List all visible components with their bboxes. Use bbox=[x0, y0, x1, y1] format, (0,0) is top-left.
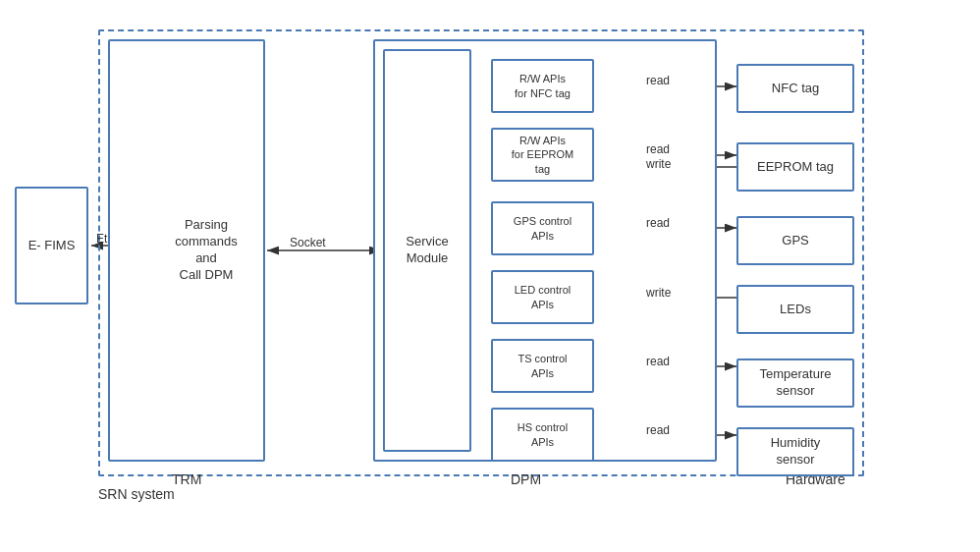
arrow-label-nfc: read bbox=[646, 74, 670, 87]
api-led-box: LED controlAPIs bbox=[491, 270, 594, 324]
api-nfc-label: R/W APIsfor NFC tag bbox=[515, 72, 571, 100]
hw-hs-box: Humiditysensor bbox=[736, 427, 854, 476]
api-ts-label: TS controlAPIs bbox=[517, 352, 567, 380]
api-eeprom-label: R/W APIsfor EEPROMtag bbox=[512, 134, 574, 176]
hw-gps-label: GPS bbox=[782, 233, 808, 249]
parsing-label: ParsingcommandsandCall DPM bbox=[175, 217, 238, 284]
trm-label: TRM bbox=[172, 471, 201, 487]
api-hs-label: HS controlAPIs bbox=[517, 420, 568, 449]
hw-ts-label: Temperaturesensor bbox=[760, 366, 832, 400]
dpm-label: DPM bbox=[511, 471, 541, 487]
hw-eeprom-label: EEPROM tag bbox=[757, 159, 834, 176]
socket-label: Socket bbox=[290, 236, 326, 249]
api-hs-box: HS controlAPIs bbox=[491, 408, 594, 462]
arrow-label-eeprom-read: read bbox=[646, 142, 670, 156]
api-gps-label: GPS controlAPIs bbox=[514, 214, 572, 243]
parsing-box: ParsingcommandsandCall DPM bbox=[147, 206, 265, 295]
arrow-label-ts: read bbox=[646, 355, 670, 368]
hw-nfc-box: NFC tag bbox=[736, 64, 854, 113]
hw-eeprom-box: EEPROM tag bbox=[736, 142, 854, 192]
hw-led-box: LEDs bbox=[736, 285, 854, 334]
api-ts-box: TS controlAPIs bbox=[491, 339, 594, 393]
hw-ts-box: Temperaturesensor bbox=[736, 359, 854, 408]
efims-box: E- FIMS bbox=[15, 187, 88, 304]
hw-led-label: LEDs bbox=[780, 302, 811, 318]
diagram: SRN system E- FIMS Eth. TRM Parsingcomma… bbox=[10, 20, 967, 521]
arrow-label-hs: read bbox=[646, 423, 670, 437]
arrow-label-led: write bbox=[646, 286, 671, 300]
hw-hs-label: Humiditysensor bbox=[771, 435, 821, 469]
hw-gps-box: GPS bbox=[736, 216, 854, 265]
api-led-label: LED controlAPIs bbox=[515, 283, 571, 311]
api-eeprom-box: R/W APIsfor EEPROMtag bbox=[491, 128, 594, 182]
api-gps-box: GPS controlAPIs bbox=[491, 201, 594, 255]
arrow-label-gps: read bbox=[646, 216, 670, 230]
hw-nfc-label: NFC tag bbox=[772, 81, 819, 97]
service-module-label: ServiceModule bbox=[406, 234, 448, 267]
efims-label: E- FIMS bbox=[28, 238, 76, 254]
srn-label: SRN system bbox=[98, 486, 175, 502]
service-module-box: ServiceModule bbox=[383, 49, 471, 452]
arrow-label-eeprom-write: write bbox=[646, 157, 671, 171]
api-nfc-box: R/W APIsfor NFC tag bbox=[491, 59, 594, 113]
